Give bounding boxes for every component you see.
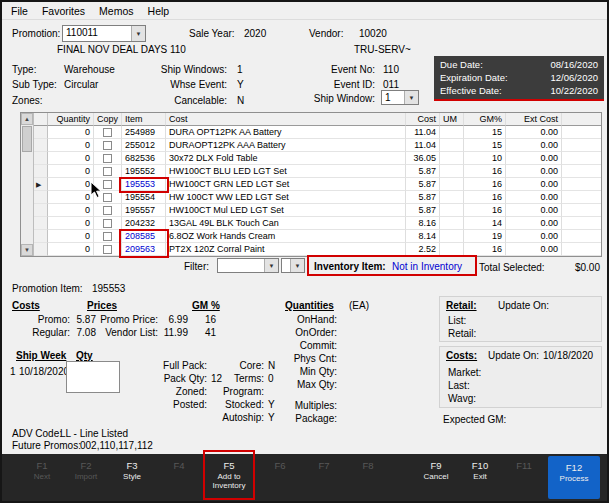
item-cell[interactable]: 254989: [122, 126, 166, 139]
row-selector[interactable]: [34, 230, 48, 243]
copy-cell[interactable]: [94, 126, 122, 139]
copy-cell[interactable]: [94, 165, 122, 178]
menu-file[interactable]: File: [6, 3, 37, 19]
f9-cancel-button[interactable]: F9Cancel: [414, 457, 458, 498]
row-selector[interactable]: [34, 243, 48, 256]
total-selected-label: Total Selected:: [479, 262, 545, 274]
chevron-down-icon[interactable]: ▼: [264, 259, 278, 272]
quantity-cell[interactable]: 0: [48, 243, 94, 256]
grid-scrollbar[interactable]: ▲ ▼: [21, 113, 34, 256]
cancelable-value: N: [237, 95, 244, 107]
f3-style-button[interactable]: F3Style: [110, 457, 154, 498]
quantity-cell[interactable]: 0: [48, 217, 94, 230]
copy-cell[interactable]: [94, 139, 122, 152]
item-cell[interactable]: 209563: [122, 243, 166, 256]
copy-cell[interactable]: [94, 204, 122, 217]
qty-input[interactable]: [66, 361, 120, 393]
menu-help[interactable]: Help: [143, 3, 179, 19]
f12-process-button[interactable]: F12Process: [548, 456, 600, 499]
quantity-cell[interactable]: 0: [48, 152, 94, 165]
copy-checkbox[interactable]: [103, 245, 112, 254]
row-selector[interactable]: [34, 152, 48, 165]
menu-favorites[interactable]: Favorites: [37, 3, 94, 19]
chevron-down-icon[interactable]: ▼: [404, 91, 418, 104]
package-label: Package:: [277, 413, 337, 425]
row-selector-arrow-icon[interactable]: ▶: [34, 178, 48, 191]
quantity-cell[interactable]: 0: [48, 139, 94, 152]
terms-value: 0: [268, 373, 274, 385]
pack-qty-label: Pack Qty:: [147, 373, 207, 385]
copy-checkbox[interactable]: [103, 206, 112, 215]
row-selector[interactable]: [34, 126, 48, 139]
item-cell[interactable]: 195554: [122, 191, 166, 204]
row-selector[interactable]: [34, 217, 48, 230]
max-qty-label: Max Qty:: [277, 379, 337, 391]
copy-cell[interactable]: [94, 217, 122, 230]
row-selector[interactable]: [34, 191, 48, 204]
copy-checkbox[interactable]: [103, 128, 112, 137]
stocked-value: Y: [268, 399, 275, 411]
quantity-cell[interactable]: 0: [48, 191, 94, 204]
copy-checkbox[interactable]: [103, 167, 112, 176]
filter-combobox-1[interactable]: ▼: [217, 258, 279, 273]
gm-cell: 15: [464, 126, 506, 139]
table-row[interactable]: 0 195552 HW100CT BLU LED LGT Set 5.87 16…: [34, 165, 601, 178]
scrollbar-thumb[interactable]: [22, 126, 32, 152]
chevron-down-icon[interactable]: ▼: [131, 26, 145, 41]
row-selector[interactable]: [34, 139, 48, 152]
table-row[interactable]: 0 682536 30x72 DLX Fold Table 36.05 10 0…: [34, 152, 601, 165]
item-cell[interactable]: 195557: [122, 204, 166, 217]
row-selector[interactable]: [34, 204, 48, 217]
row-selector[interactable]: [34, 165, 48, 178]
core-value: N: [268, 360, 275, 372]
scroll-down-icon[interactable]: ▼: [21, 244, 33, 256]
posted-label: Posted:: [147, 399, 207, 411]
due-date-label: Due Date:: [440, 59, 483, 70]
quantity-cell[interactable]: 0: [48, 178, 94, 191]
vendor-value: 10020: [359, 28, 387, 40]
um-cell: [440, 243, 464, 256]
scroll-up-icon[interactable]: ▲: [21, 113, 33, 125]
quantity-cell[interactable]: 0: [48, 126, 94, 139]
copy-checkbox[interactable]: [103, 154, 112, 163]
item-cell[interactable]: 255012: [122, 139, 166, 152]
quantity-cell[interactable]: 0: [48, 204, 94, 217]
table-row[interactable]: 0 195557 HW100CT Mul LED LGT Set 5.87 16…: [34, 204, 601, 217]
filter-combobox-2[interactable]: ▼: [281, 258, 305, 273]
copy-cell[interactable]: [94, 178, 122, 191]
f5-add-to-inventory-button[interactable]: F5Add to Inventory: [206, 457, 252, 498]
retail-panel: Retail: Update On: List: Retail:: [439, 296, 602, 342]
copy-checkbox[interactable]: [103, 219, 112, 228]
table-row[interactable]: 0 204232 13GAL 49L BLK Touch Can 8.16 14…: [34, 217, 601, 230]
ship-window-combobox[interactable]: 1 ▼: [381, 90, 419, 105]
item-cell[interactable]: 195553: [122, 178, 166, 191]
table-row[interactable]: 0 255012 DURAOPT12PK AAA Battery 11.04 1…: [34, 139, 601, 152]
copy-cell[interactable]: [94, 152, 122, 165]
chevron-down-icon[interactable]: ▼: [290, 259, 304, 272]
copy-cell[interactable]: [94, 243, 122, 256]
copy-checkbox[interactable]: [103, 141, 112, 150]
ship-week-header: Ship Week: [16, 350, 66, 362]
item-cell[interactable]: 682536: [122, 152, 166, 165]
table-row[interactable]: 0 195554 HW 100CT WW LED LGT Set 5.87 16…: [34, 191, 601, 204]
table-row-selected[interactable]: ▶ 0 195553 HW100CT GRN LED LGT Set 5.87 …: [34, 178, 601, 191]
promotion-combobox[interactable]: 110011 ▼: [62, 25, 146, 42]
item-cell[interactable]: 204232: [122, 217, 166, 230]
copy-checkbox[interactable]: [103, 232, 112, 241]
copy-checkbox[interactable]: [103, 193, 112, 202]
table-row[interactable]: 0 209563 PT2X 120Z Corral Paint 2.52 16 …: [34, 243, 601, 256]
menu-memos[interactable]: Memos: [94, 3, 142, 19]
vendor-list-value: 11.99: [160, 327, 188, 339]
copy-cell[interactable]: [94, 230, 122, 243]
quantity-cell[interactable]: 0: [48, 230, 94, 243]
copy-checkbox[interactable]: [103, 180, 112, 189]
table-row[interactable]: 0 208585 6.8OZ Work Hands Cream 8.14 19 …: [34, 230, 601, 243]
min-qty-label: Min Qty:: [277, 366, 337, 378]
f6-button: F6: [258, 457, 302, 498]
table-row[interactable]: 0 254989 DURA OPT12PK AA Battery 11.04 1…: [34, 126, 601, 139]
f10-exit-button[interactable]: F10Exit: [458, 457, 502, 498]
item-cell[interactable]: 195552: [122, 165, 166, 178]
quantity-cell[interactable]: 0: [48, 165, 94, 178]
item-cell[interactable]: 208585: [122, 230, 166, 243]
copy-cell[interactable]: [94, 191, 122, 204]
